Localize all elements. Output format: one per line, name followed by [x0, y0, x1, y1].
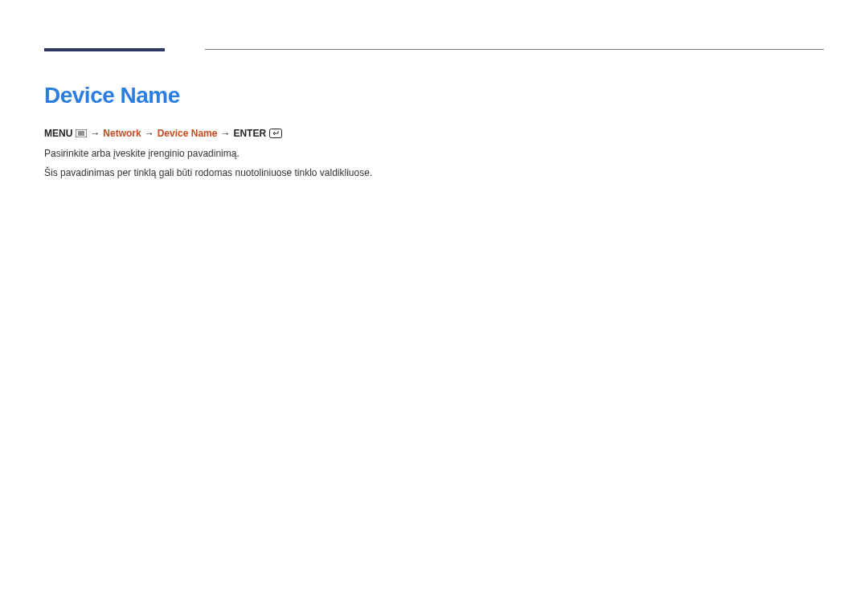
breadcrumb-enter-label: ENTER — [233, 128, 266, 139]
breadcrumb-network: Network — [103, 128, 141, 139]
header-rule — [44, 48, 824, 52]
breadcrumb: MENU → Network → Device Name → ENTER — [44, 128, 824, 139]
breadcrumb-device-name: Device Name — [158, 128, 218, 139]
breadcrumb-arrow: → — [145, 128, 154, 139]
header-rule-accent — [44, 48, 165, 51]
header-rule-line — [205, 49, 824, 50]
enter-icon — [269, 129, 282, 138]
breadcrumb-arrow: → — [90, 128, 100, 139]
body-line-2: Šis pavadinimas per tinklą gali būti rod… — [44, 165, 824, 181]
page-title: Device Name — [44, 83, 824, 108]
body-line-1: Pasirinkite arba įveskite įrenginio pava… — [44, 145, 824, 161]
document-page: Device Name MENU → Network → Device Name… — [0, 0, 868, 182]
breadcrumb-arrow: → — [220, 128, 230, 139]
menu-icon — [76, 129, 87, 137]
breadcrumb-menu-label: MENU — [44, 128, 72, 139]
